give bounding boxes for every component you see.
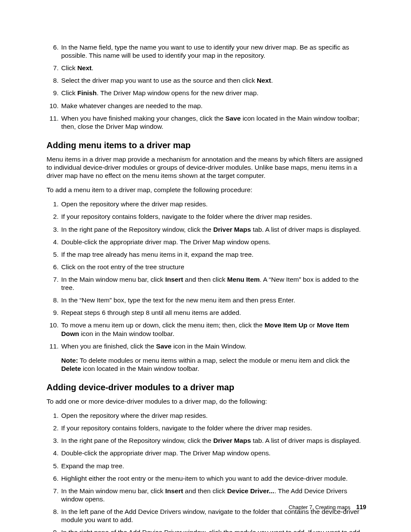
list-item: 7.In the Main window menu bar, click Ins… bbox=[57, 275, 366, 292]
list-item-text: If the map tree already has menu items i… bbox=[61, 251, 253, 258]
page: 6.In the Name field, type the name you w… bbox=[0, 0, 411, 532]
list-item: 2.If your repository contains folders, n… bbox=[57, 424, 366, 432]
list-item-number: 2. bbox=[47, 424, 59, 432]
list-item: 1.Open the repository where the driver m… bbox=[57, 411, 366, 420]
list-item: 3.In the right pane of the Repository wi… bbox=[57, 436, 366, 445]
list-item-text: Select the driver map you want to use as… bbox=[61, 77, 273, 84]
list-item-text: Double-click the appropriate driver map.… bbox=[61, 238, 271, 246]
list-item-number: 6. bbox=[47, 474, 59, 482]
list-item: 7.Click Next. bbox=[57, 64, 366, 72]
list-item-text: Click on the root entry of the tree stru… bbox=[61, 263, 184, 271]
continued-ordered-list: 6.In the Name field, type the name you w… bbox=[47, 43, 366, 131]
list-item-number: 5. bbox=[47, 462, 59, 470]
list-item-number: 6. bbox=[47, 43, 59, 51]
list-item-number: 9. bbox=[47, 308, 59, 317]
section-a-list: 1.Open the repository where the driver m… bbox=[47, 200, 366, 373]
list-item: 10.Make whatever changes are needed to t… bbox=[57, 102, 366, 110]
list-item-text: Open the repository where the driver map… bbox=[61, 200, 208, 208]
list-item: 4.Double-click the appropriate driver ma… bbox=[57, 238, 366, 246]
list-item-number: 9. bbox=[47, 528, 59, 532]
section-a-lead: To add a menu item to a driver map, comp… bbox=[47, 186, 366, 194]
list-item: 9.In the right pane of the Add Device Dr… bbox=[57, 528, 366, 532]
list-item-text: When you have finished making your chang… bbox=[61, 115, 359, 130]
list-item: 3.In the right pane of the Repository wi… bbox=[57, 225, 366, 233]
list-item: 4.Double-click the appropriate driver ma… bbox=[57, 449, 366, 457]
list-item-text: Expand the map tree. bbox=[61, 462, 124, 470]
list-item-number: 5. bbox=[47, 250, 59, 258]
list-item-text: When you are finished, click the Save ic… bbox=[61, 342, 366, 373]
list-item: 6.Highlight either the root entry or the… bbox=[57, 474, 366, 482]
list-item: 9.Repeat steps 6 through step 8 until al… bbox=[57, 308, 366, 317]
list-item: 6.In the Name field, type the name you w… bbox=[57, 43, 366, 59]
list-item-number: 8. bbox=[47, 76, 59, 84]
list-item: 5.If the map tree already has menu items… bbox=[57, 250, 366, 258]
list-item-number: 6. bbox=[47, 263, 59, 271]
section-a-intro: Menu items in a driver map provide a mec… bbox=[47, 155, 366, 180]
list-item-text: Highlight either the root entry or the m… bbox=[61, 475, 348, 482]
list-item: 5.Expand the map tree. bbox=[57, 462, 366, 470]
list-item-text: If your repository contains folders, nav… bbox=[61, 424, 312, 432]
list-item-number: 10. bbox=[47, 102, 59, 110]
list-item-number: 4. bbox=[47, 238, 59, 246]
list-item-number: 2. bbox=[47, 212, 59, 221]
list-item: 7.In the Main window menu bar, click Ins… bbox=[57, 487, 366, 503]
list-item-number: 1. bbox=[47, 411, 59, 420]
list-item-text: In the Main window menu bar, click Inser… bbox=[61, 276, 358, 291]
footer-page-number: 119 bbox=[356, 504, 366, 510]
heading-adding-device-driver-modules: Adding device-driver modules to a driver… bbox=[47, 382, 366, 393]
list-item-text: In the right pane of the Repository wind… bbox=[61, 437, 361, 444]
list-item: 11.When you are finished, click the Save… bbox=[57, 342, 366, 373]
list-item: 11.When you have finished making your ch… bbox=[57, 114, 366, 131]
list-item-number: 7. bbox=[47, 275, 59, 283]
section-b-lead: To add one or more device-driver modules… bbox=[47, 397, 366, 405]
footer-chapter: Chapter 7. Creating maps bbox=[289, 504, 350, 510]
list-item-number: 3. bbox=[47, 436, 59, 445]
list-item-text: Click Next. bbox=[61, 64, 93, 72]
list-item-text: Make whatever changes are needed to the … bbox=[61, 102, 202, 109]
list-item-text: In the Name field, type the name you wan… bbox=[61, 44, 349, 59]
list-item: 8.In the “New Item” box, type the text f… bbox=[57, 296, 366, 304]
list-item: 2.If your repository contains folders, n… bbox=[57, 212, 366, 221]
list-item-number: 8. bbox=[47, 296, 59, 304]
list-item: 8.Select the driver map you want to use … bbox=[57, 76, 366, 84]
list-item-number: 1. bbox=[47, 200, 59, 208]
list-item-text: Double-click the appropriate driver map.… bbox=[61, 449, 271, 457]
list-item-number: 11. bbox=[47, 342, 59, 350]
list-item: 1.Open the repository where the driver m… bbox=[57, 200, 366, 208]
section-b-list: 1.Open the repository where the driver m… bbox=[47, 411, 366, 532]
list-item: 10.To move a menu item up or down, click… bbox=[57, 321, 366, 337]
heading-adding-menu-items: Adding menu items to a driver map bbox=[47, 140, 366, 151]
list-item-number: 11. bbox=[47, 114, 59, 122]
list-item-number: 3. bbox=[47, 225, 59, 233]
list-item-number: 7. bbox=[47, 487, 59, 495]
list-item-text: In the “New Item” box, type the text for… bbox=[61, 296, 295, 304]
list-item-text: To move a menu item up or down, click th… bbox=[61, 321, 349, 337]
list-item-text: In the right pane of the Add Device Driv… bbox=[61, 529, 361, 532]
list-item-text: In the right pane of the Repository wind… bbox=[61, 226, 361, 233]
list-item-text: If your repository contains folders, nav… bbox=[61, 213, 312, 220]
page-footer: Chapter 7. Creating maps 119 bbox=[289, 504, 366, 511]
list-item-text: Click Finish. The Driver Map window open… bbox=[61, 89, 258, 96]
list-item-text: In the Main window menu bar, click Inser… bbox=[61, 487, 347, 503]
list-item-number: 10. bbox=[47, 321, 59, 329]
list-item: 6.Click on the root entry of the tree st… bbox=[57, 263, 366, 271]
list-item-text: Repeat steps 6 through step 8 until all … bbox=[61, 309, 241, 316]
list-item-number: 8. bbox=[47, 507, 59, 516]
list-item-number: 9. bbox=[47, 89, 59, 97]
list-item-number: 7. bbox=[47, 64, 59, 72]
list-item: 9.Click Finish. The Driver Map window op… bbox=[57, 89, 366, 97]
list-item-text: Open the repository where the driver map… bbox=[61, 412, 208, 419]
list-item-number: 4. bbox=[47, 449, 59, 457]
